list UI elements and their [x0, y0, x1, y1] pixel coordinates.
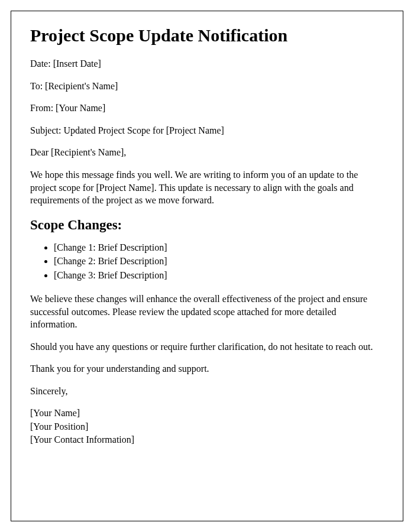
thanks-paragraph: Thank you for your understanding and sup… — [30, 362, 384, 375]
signature-contact: [Your Contact Information] — [30, 433, 384, 446]
to-field: To: [Recipient's Name] — [30, 80, 384, 93]
effectiveness-paragraph: We believe these changes will enhance th… — [30, 293, 384, 331]
salutation: Dear [Recipient's Name], — [30, 146, 384, 159]
intro-paragraph: We hope this message finds you well. We … — [30, 168, 384, 207]
scope-changes-heading: Scope Changes: — [30, 218, 384, 233]
closing: Sincerely, — [30, 385, 384, 398]
date-field: Date: [Insert Date] — [30, 57, 384, 70]
document-frame: Project Scope Update Notification Date: … — [11, 11, 403, 521]
list-item: [Change 3: Brief Description] — [54, 269, 384, 282]
subject-field: Subject: Updated Project Scope for [Proj… — [30, 124, 384, 137]
list-item: [Change 2: Brief Description] — [54, 255, 384, 268]
questions-paragraph: Should you have any questions or require… — [30, 340, 384, 353]
signature-position: [Your Position] — [30, 420, 384, 433]
changes-list: [Change 1: Brief Description] [Change 2:… — [54, 241, 384, 282]
from-field: From: [Your Name] — [30, 102, 384, 115]
signature-block: [Your Name] [Your Position] [Your Contac… — [30, 407, 384, 446]
list-item: [Change 1: Brief Description] — [54, 241, 384, 254]
document-title: Project Scope Update Notification — [30, 25, 384, 46]
signature-name: [Your Name] — [30, 407, 384, 420]
